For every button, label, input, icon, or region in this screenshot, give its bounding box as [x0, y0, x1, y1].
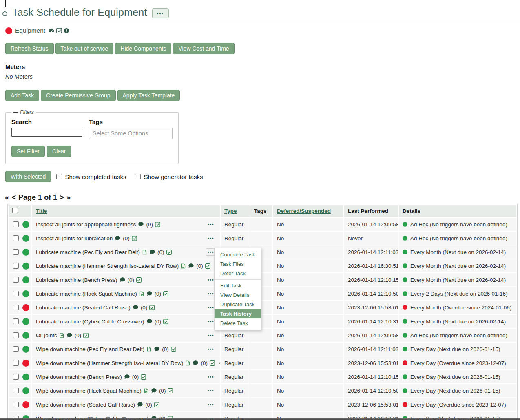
task-title[interactable]: Lubricate machine (Cybex Cable Crossover…	[36, 318, 144, 325]
menu-item-delete-task[interactable]: Delete Task	[215, 318, 261, 328]
menu-item-defer-task[interactable]: Defer Task	[215, 269, 261, 278]
clear-filter-button[interactable]: Clear	[47, 146, 71, 157]
row-checkbox[interactable]	[13, 374, 19, 380]
row-actions-ellipsis-icon[interactable]: •••	[206, 373, 216, 380]
comment-icon[interactable]	[149, 249, 155, 255]
comment-icon[interactable]	[115, 235, 121, 241]
prev-page-button[interactable]: <	[12, 193, 16, 202]
row-actions-ellipsis-icon[interactable]: •••	[206, 221, 216, 228]
with-selected-button[interactable]: With Selected	[5, 171, 51, 182]
row-checkbox[interactable]	[13, 332, 19, 338]
row-checkbox[interactable]	[13, 249, 19, 255]
apply-task-template-button[interactable]: Apply Task Template	[117, 90, 180, 101]
check-square-icon[interactable]	[163, 291, 168, 296]
row-checkbox[interactable]	[13, 235, 19, 241]
check-square-icon[interactable]	[141, 374, 146, 380]
check-square-icon[interactable]	[56, 28, 62, 33]
menu-item-task-files[interactable]: Task Files	[215, 259, 261, 269]
column-header-select[interactable]	[9, 205, 31, 217]
task-title[interactable]: Lubricate machine (Seated Calf Raise)	[36, 305, 131, 311]
check-square-icon[interactable]	[171, 347, 176, 352]
take-out-of-service-button[interactable]: Take out of service	[55, 43, 114, 54]
check-square-icon[interactable]	[132, 236, 137, 241]
check-square-icon[interactable]	[210, 360, 215, 366]
page-more-actions-button[interactable]: •••	[152, 8, 169, 18]
task-title[interactable]: Wipe down machine (Hammer Strength Iso-L…	[36, 360, 183, 366]
check-square-icon[interactable]	[166, 250, 172, 255]
tags-multiselect[interactable]: Select Some Options	[89, 128, 173, 139]
comment-icon[interactable]	[154, 346, 160, 352]
task-title[interactable]: Inspect all joints for lubraication	[36, 235, 113, 241]
task-title[interactable]: Lubricate machine (Bench Press)	[36, 277, 117, 283]
menu-item-edit-task[interactable]: Edit Task	[215, 281, 261, 290]
row-checkbox[interactable]	[13, 305, 19, 310]
task-title[interactable]: Oil joints	[36, 332, 57, 338]
search-input[interactable]	[11, 128, 82, 137]
comment-icon[interactable]	[66, 332, 73, 338]
check-square-icon[interactable]	[149, 305, 155, 310]
select-all-checkbox[interactable]	[12, 208, 18, 213]
row-checkbox[interactable]	[13, 360, 19, 366]
set-filter-button[interactable]: Set Filter	[11, 146, 45, 157]
create-permissive-group-button[interactable]: Create Permissive Group	[41, 90, 115, 101]
check-square-icon[interactable]	[83, 333, 89, 338]
row-checkbox[interactable]	[13, 291, 19, 296]
show-completed-tasks-checkbox[interactable]	[56, 174, 62, 179]
refresh-status-button[interactable]: Refresh Status	[5, 43, 54, 54]
row-actions-ellipsis-icon[interactable]: •••	[206, 332, 216, 339]
row-checkbox[interactable]	[13, 263, 19, 269]
row-checkbox[interactable]	[13, 388, 19, 393]
task-title[interactable]: Inspect all joints for appropriate tight…	[36, 221, 136, 228]
task-title[interactable]: Wipe down machine (Hack Squat Machine)	[36, 388, 142, 394]
task-title[interactable]: Wipe down machine (Pec Fly and Rear Delt…	[36, 346, 144, 352]
gauge-icon[interactable]	[48, 28, 55, 33]
row-actions-ellipsis-icon[interactable]: •••	[206, 345, 216, 353]
task-title[interactable]: Lubricate machine (Hack Squat Machine)	[36, 291, 137, 297]
comment-icon[interactable]	[133, 305, 139, 310]
check-square-icon[interactable]	[154, 402, 159, 407]
comment-icon[interactable]	[137, 402, 143, 407]
menu-item-view-details[interactable]: View Details	[215, 290, 261, 300]
comment-icon[interactable]	[193, 360, 199, 366]
row-actions-ellipsis-icon[interactable]: •••	[206, 401, 216, 408]
task-title[interactable]: Wipe down machine (Seated Calf Raise)	[36, 402, 135, 408]
row-actions-ellipsis-icon[interactable]: •••	[206, 234, 216, 242]
last-page-button[interactable]: »	[66, 193, 71, 202]
comment-icon[interactable]	[151, 388, 157, 393]
column-header-type[interactable]: Type	[221, 205, 250, 217]
check-square-icon[interactable]	[163, 319, 168, 324]
row-actions-ellipsis-icon[interactable]: •••	[206, 387, 216, 394]
menu-item-complete-task[interactable]: Complete Task	[215, 250, 261, 259]
row-checkbox[interactable]	[13, 221, 19, 227]
check-square-icon[interactable]	[155, 222, 160, 227]
row-checkbox[interactable]	[13, 277, 19, 283]
check-square-icon[interactable]	[168, 388, 173, 393]
next-page-button[interactable]: >	[60, 193, 64, 202]
check-square-icon[interactable]	[205, 263, 210, 269]
check-square-icon[interactable]	[136, 277, 142, 283]
hide-components-button[interactable]: Hide Components	[115, 43, 171, 54]
row-checkbox[interactable]	[13, 402, 19, 407]
column-header-deferred-suspended[interactable]: Deferred/Suspended	[273, 205, 343, 217]
row-checkbox[interactable]	[13, 346, 19, 352]
task-title[interactable]: Lubricate machine (Pec Fly and Rear Delt…	[36, 249, 140, 255]
column-header-title[interactable]: Title	[32, 205, 220, 217]
first-page-button[interactable]: «	[5, 193, 9, 202]
comment-icon[interactable]	[138, 221, 144, 227]
exclamation-circle-icon[interactable]	[64, 28, 69, 33]
task-title[interactable]: Lubricate machine (Hammer Strength Iso-L…	[36, 263, 179, 269]
comment-icon[interactable]	[124, 374, 130, 380]
view-cost-and-time-button[interactable]: View Cost and Time	[173, 43, 234, 54]
add-task-button[interactable]: Add Task	[5, 90, 39, 101]
comment-icon[interactable]	[188, 263, 194, 269]
menu-item-duplicate-task[interactable]: Duplicate Task	[215, 300, 261, 309]
comment-icon[interactable]	[146, 318, 153, 324]
row-actions-ellipsis-icon[interactable]: •••	[217, 359, 220, 367]
comment-icon[interactable]	[119, 277, 126, 283]
filters-legend[interactable]: Filters	[11, 109, 36, 115]
comment-icon[interactable]	[146, 291, 153, 296]
show-generator-tasks-checkbox[interactable]	[135, 174, 141, 179]
menu-item-task-history[interactable]: Task History	[215, 309, 261, 318]
task-title[interactable]: Wipe down machine (Bench Press)	[36, 374, 122, 380]
row-checkbox[interactable]	[13, 318, 19, 324]
